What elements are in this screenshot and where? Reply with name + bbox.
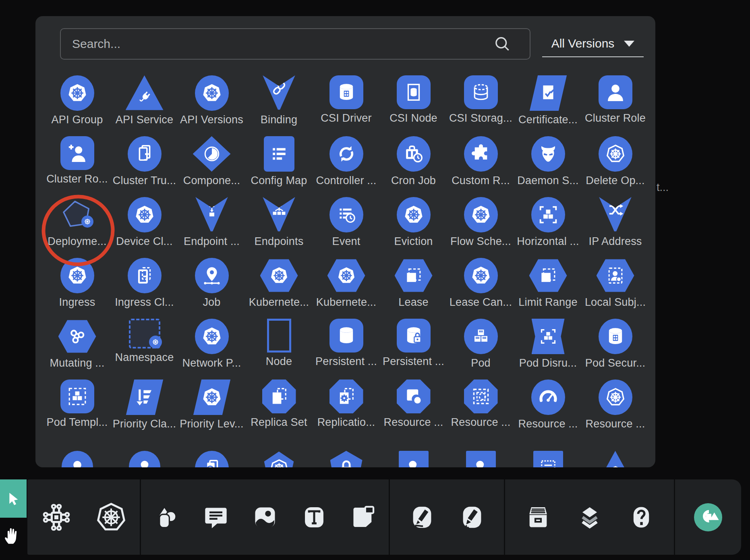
toolbar-group-app-logo — [675, 479, 741, 555]
grid-item-local-subj[interactable]: Local Subj... — [582, 258, 649, 319]
grid-item-partial-60[interactable] — [447, 440, 514, 467]
grid-item-api-service[interactable]: API Service — [111, 75, 178, 136]
grid-item-label: Eviction — [394, 235, 433, 248]
replica-set-icon — [262, 380, 296, 413]
hand-tool[interactable] — [0, 520, 25, 552]
grid-item-certificate[interactable]: Certificate... — [514, 75, 582, 136]
comment-tool[interactable] — [203, 504, 229, 530]
grid-item-device-cl[interactable]: Device Cl... — [111, 197, 178, 258]
grid-item-partial-61[interactable] — [514, 440, 582, 467]
certificate-icon — [529, 75, 566, 111]
grid-item-delete-op[interactable]: Delete Op... — [582, 136, 649, 197]
grid-item-replicatio[interactable]: Replicatio... — [313, 380, 380, 440]
grid-item-ingress[interactable]: Ingress — [44, 258, 111, 319]
grid-item-api-versions[interactable]: API Versions — [178, 75, 245, 136]
grid-item-binding[interactable]: Binding — [245, 75, 313, 136]
grid-item-partial-57[interactable] — [245, 440, 313, 467]
grid-item-persistent[interactable]: Persistent ... — [313, 319, 380, 380]
grid-item-lease-can[interactable]: Lease Can... — [447, 258, 514, 319]
grid-item-config-map[interactable]: Config Map — [245, 136, 313, 197]
grid-item-cron-job[interactable]: Cron Job — [380, 136, 447, 197]
grid-item-network-p[interactable]: Network P... — [178, 319, 245, 380]
grid-item-pod-templ[interactable]: Pod Templ... — [44, 380, 111, 440]
app-logo-button[interactable] — [692, 501, 724, 533]
grid-item-label: Event — [332, 235, 360, 248]
grid-item-csi-node[interactable]: CSI Node — [380, 75, 447, 136]
grid-item-priority-cla[interactable]: Priority Cla... — [111, 380, 178, 440]
grid-item-cluster-role[interactable]: Cluster Role — [582, 75, 649, 136]
grid-item-controller[interactable]: Controller ... — [313, 136, 380, 197]
image-tool[interactable] — [252, 504, 278, 530]
grid-item-pod-secur[interactable]: Pod Secur... — [582, 319, 649, 380]
grid-item-pod[interactable]: Pod — [447, 319, 514, 380]
persistent-icon — [329, 319, 363, 353]
circuit-tool[interactable] — [40, 501, 73, 533]
persistent-icon — [397, 319, 431, 353]
note-tool[interactable] — [350, 504, 376, 530]
grid-item-replica-set[interactable]: Replica Set — [245, 380, 313, 440]
text-icon — [301, 504, 327, 530]
grid-item-partial-55[interactable] — [111, 440, 178, 467]
grid-item-ingress-cl[interactable]: Ingress Cl... — [111, 258, 178, 319]
grid-item-label: Certificate... — [518, 114, 578, 126]
grid-item-label: Kubernete... — [316, 296, 377, 309]
version-dropdown[interactable]: All Versions — [542, 31, 644, 57]
grid-item-partial-54[interactable] — [44, 440, 111, 467]
grid-item-horizontal[interactable]: Horizontal ... — [514, 197, 582, 258]
grid-item-kubernete[interactable]: Kubernete... — [313, 258, 380, 319]
grid-item-resource[interactable]: Resource ... — [514, 380, 582, 440]
grid-item-label: Compone... — [183, 174, 240, 187]
grid-item-label: Cluster Ro... — [46, 173, 108, 185]
help-tool[interactable] — [628, 504, 654, 530]
grid-item-csi-driver[interactable]: CSI Driver — [313, 75, 380, 136]
grid-item-daemon-s[interactable]: Daemon S... — [514, 136, 582, 197]
grid-item-pod-disru[interactable]: Pod Disru... — [514, 319, 582, 380]
grid-item-partial-56[interactable] — [178, 440, 245, 467]
grid-item-partial-59[interactable] — [380, 440, 447, 467]
grid-item-resource[interactable]: Resource ... — [582, 380, 649, 440]
grid-item-limit-range[interactable]: Limit Range — [514, 258, 582, 319]
grid-item-resource[interactable]: Resource ... — [380, 380, 447, 440]
grid-item-api-group[interactable]: API Group — [44, 75, 111, 136]
grid-item-cluster-ro[interactable]: Cluster Ro... — [44, 136, 111, 197]
grid-item-compone[interactable]: Compone... — [178, 136, 245, 197]
grid-item-lease[interactable]: Lease — [380, 258, 447, 319]
note-icon — [350, 504, 376, 530]
kubernetes-badge-icon — [149, 336, 162, 348]
text-tool[interactable] — [301, 504, 327, 530]
grid-item-flow-sche[interactable]: Flow Sche... — [447, 197, 514, 258]
layers-tool[interactable] — [577, 504, 603, 530]
archive-tool[interactable] — [525, 504, 551, 530]
grid-item-priority-lev[interactable]: Priority Lev... — [178, 380, 245, 440]
mutating-icon — [58, 319, 96, 354]
grid-item-custom-r[interactable]: Custom R... — [447, 136, 514, 197]
arrow-pen-tool[interactable] — [409, 504, 435, 530]
grid-item-mutating[interactable]: Mutating ... — [44, 319, 111, 380]
kubernetes-shapes-tool[interactable] — [95, 501, 127, 533]
grid-item-ip-address[interactable]: IP Address — [582, 197, 649, 258]
grid-item-resource[interactable]: Resource ... — [447, 380, 514, 440]
grid-item-cluster-tru[interactable]: Cluster Tru... — [111, 136, 178, 197]
csi-storag-icon — [464, 75, 498, 109]
replicatio-icon — [329, 380, 363, 413]
toolbar-group-diagram-tools — [27, 479, 141, 555]
grid-item-partial-62[interactable] — [582, 440, 649, 467]
grid-item-job[interactable]: Job — [178, 258, 245, 319]
grid-item-kubernete[interactable]: Kubernete... — [245, 258, 313, 319]
grid-item-event[interactable]: Event — [313, 197, 380, 258]
grid-item-eviction[interactable]: Eviction — [380, 197, 447, 258]
grid-item-label: Resource ... — [518, 418, 578, 430]
selection-tool[interactable] — [0, 479, 27, 518]
shapes-tool[interactable] — [154, 504, 180, 530]
grid-item-namespace[interactable]: Namespace — [111, 319, 178, 380]
search-input[interactable] — [61, 37, 493, 51]
namespace-icon — [129, 319, 160, 348]
grid-item-node[interactable]: Node — [245, 319, 313, 380]
grid-item-partial-58[interactable] — [313, 440, 380, 467]
grid-item-csi-storag[interactable]: CSI Storag... — [447, 75, 514, 136]
grid-item-persistent[interactable]: Persistent ... — [380, 319, 447, 380]
grid-item-endpoints[interactable]: Endpoints — [245, 197, 313, 258]
grid-item-endpoint[interactable]: Endpoint ... — [178, 197, 245, 258]
pencil-tool[interactable] — [459, 504, 485, 530]
grid-item-deployme[interactable]: Deployme... — [44, 197, 111, 258]
